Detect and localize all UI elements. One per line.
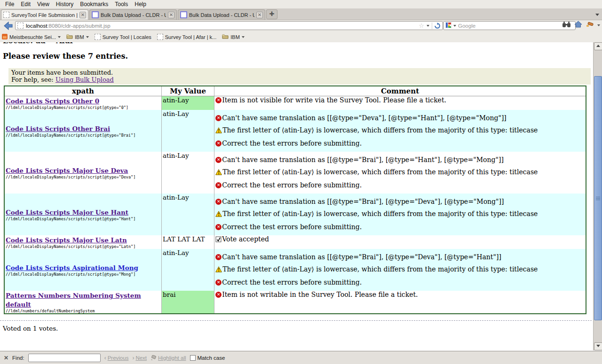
bookmark-label: IBM: [75, 34, 84, 40]
tab-title: Bulk Data Upload - CLDR - Un...: [101, 12, 166, 18]
new-tab-button[interactable]: ✚: [266, 9, 277, 19]
tab-3[interactable]: Bulk Data Upload - CLDR - Un...✕: [178, 9, 265, 20]
table-row-1: Code Lists Scripts Other 0//ldml/localeD…: [4, 96, 586, 110]
menu-bookmarks[interactable]: Bookmarks: [77, 0, 111, 8]
error-icon: ✕: [215, 182, 222, 188]
address-bar[interactable]: localhost:8080/cldr-apps/submit.jsp ☆: [15, 21, 443, 30]
comment-line: ✕Correct the test errors before submitti…: [215, 181, 585, 189]
menu-file[interactable]: File: [2, 0, 17, 8]
placeholder-favicon: [3, 12, 9, 18]
menu-edit[interactable]: Edit: [17, 0, 34, 8]
comment-text: Can't have same translation as [[@type="…: [222, 253, 501, 261]
using-bulk-upload-link[interactable]: Using Bulk Upload: [55, 76, 114, 83]
find-binoculars-icon[interactable]: [562, 21, 570, 30]
submission-notice: Your items have been submitted. For help…: [8, 68, 591, 85]
error-icon: ✕: [215, 279, 222, 286]
bookmark-chevron-icon: [242, 36, 245, 38]
checked-checkbox-icon: [215, 236, 222, 244]
tab-1[interactable]: SurveyTool File Submission | ...✕: [1, 9, 88, 20]
comment-text: Correct the test errors before submittin…: [222, 139, 362, 147]
comment-line: ✕Can't have same translation as [[@type=…: [215, 198, 585, 206]
bookmark-item-2[interactable]: IBM: [66, 34, 89, 40]
find-input[interactable]: [28, 354, 101, 362]
bookmark-item-5[interactable]: IBM: [222, 34, 245, 40]
comment-text: Item is not visible for write via the Su…: [222, 96, 446, 104]
comment-line: !The first letter of ⟨atin-Lay⟩ is lower…: [215, 265, 585, 274]
bookmark-item-3[interactable]: Survey Tool | Locales: [95, 34, 151, 40]
menu-tools[interactable]: Tools: [111, 0, 131, 8]
scroll-up-icon[interactable]: [594, 42, 602, 50]
tab-close-icon[interactable]: ✕: [79, 12, 86, 18]
table-row-6: Code Lists Scripts Aspirational Mong//ld…: [4, 249, 586, 291]
clipped-heading: Locale: aa - 'Afar': [0, 42, 594, 46]
scrollbar-thumb[interactable]: [594, 76, 602, 320]
comment-cell: ✕Can't have same translation as [[@type=…: [214, 194, 586, 235]
xpath-link[interactable]: Code Lists Scripts Aspirational Mong: [6, 264, 138, 271]
brush-icon[interactable]: [586, 21, 594, 30]
close-find-bar-icon[interactable]: ✕: [4, 355, 8, 361]
most-visited-icon: [2, 34, 8, 40]
page-title: Please review these 7 entries.: [3, 52, 594, 61]
back-icon[interactable]: [3, 21, 13, 33]
comment-line: ✕Correct the test errors before submitti…: [215, 223, 585, 231]
xpath-path: //ldml/localeDisplayNames/scripts/script…: [6, 105, 160, 110]
placeholder-favicon: [157, 34, 163, 40]
url-dropdown-icon[interactable]: [427, 25, 429, 27]
find-previous-button[interactable]: ‹Previous: [104, 355, 129, 361]
bookmark-star-icon[interactable]: ☆: [419, 23, 424, 29]
table-row-7: Patterns Numbers Numbering System defaul…: [4, 291, 586, 314]
bookmark-label: IBM: [230, 34, 240, 40]
search-bar[interactable]: Google: [443, 21, 576, 30]
scroll-down-icon[interactable]: [594, 342, 602, 350]
reload-icon[interactable]: [432, 23, 441, 29]
bookmark-label: Survey Tool | Locales: [103, 34, 151, 40]
highlight-all-button[interactable]: Highlight all: [150, 355, 186, 361]
comment-line: ✕Can't have same translation as [[@type=…: [215, 114, 585, 122]
comment-cell: ✕Can't have same translation as [[@type=…: [214, 249, 586, 291]
toolbar-overflow-chevron-icon[interactable]: [597, 24, 600, 26]
page-content: Locale: aa - 'Afar' Please review these …: [0, 42, 594, 350]
xpath-link[interactable]: Code Lists Scripts Other 0: [6, 97, 99, 105]
menu-help[interactable]: Help: [131, 0, 150, 8]
search-engine-dropdown-icon[interactable]: [453, 25, 456, 27]
xpath-cell: Code Lists Scripts Other Brai//ldml/loca…: [4, 110, 162, 152]
comment-line: !The first letter of ⟨atin-Lay⟩ is lower…: [215, 126, 585, 135]
xpath-cell: Patterns Numbers Numbering System defaul…: [4, 291, 162, 314]
google-icon: [445, 22, 452, 30]
xpath-path: //ldml/localeDisplayNames/scripts/script…: [6, 133, 160, 138]
find-label: Find:: [12, 355, 24, 361]
bookmark-item-1[interactable]: Meistbesuchte Sei...: [2, 34, 61, 40]
vertical-scrollbar[interactable]: [593, 42, 602, 350]
tab-close-icon[interactable]: ✕: [168, 12, 174, 18]
comment-text: Item is not writable in the Survey Tool.…: [222, 291, 418, 299]
comment-text: The first letter of ⟨atin-Lay⟩ is lowerc…: [222, 210, 538, 218]
warning-icon: !: [215, 169, 222, 177]
svg-text:!: !: [218, 170, 220, 175]
xpath-link[interactable]: Code Lists Scripts Major Use Deva: [6, 167, 128, 174]
tab-list-chevron-icon[interactable]: [595, 9, 599, 18]
comment-line: ✕Item is not writable in the Survey Tool…: [215, 291, 585, 299]
notice-line-2: For help, see: Using Bulk Upload: [11, 76, 588, 83]
home-icon[interactable]: [574, 21, 582, 30]
find-next-button[interactable]: ›Next: [132, 355, 147, 361]
comment-cell: ✕Item is not writable in the Survey Tool…: [214, 291, 586, 314]
match-case-checkbox[interactable]: Match case: [190, 355, 225, 361]
tab-2[interactable]: Bulk Data Upload - CLDR - Un...✕: [89, 9, 177, 20]
xpath-link[interactable]: Code Lists Scripts Major Use Latn: [6, 236, 127, 244]
xpath-cell: Code Lists Scripts Major Use Hant//ldml/…: [4, 194, 162, 235]
tab-close-icon[interactable]: ✕: [256, 12, 263, 18]
menu-view[interactable]: View: [34, 0, 53, 8]
comment-text: Correct the test errors before submittin…: [222, 181, 362, 189]
warning-icon: !: [215, 211, 222, 219]
bookmark-item-4[interactable]: Survey Tool | Afar | k...: [157, 34, 216, 40]
xpath-cell: Code Lists Scripts Other 0//ldml/localeD…: [4, 96, 162, 110]
folder-icon: [222, 34, 229, 40]
xpath-link[interactable]: Patterns Numbers Numbering System defaul…: [6, 292, 141, 308]
comment-text: The first letter of ⟨atin-Lay⟩ is lowerc…: [222, 168, 538, 176]
xpath-link[interactable]: Code Lists Scripts Major Use Hant: [6, 209, 128, 216]
comment-cell: ✕Can't have same translation as [[@type=…: [214, 110, 586, 152]
xpath-link[interactable]: Code Lists Scripts Other Brai: [6, 125, 110, 132]
menu-history[interactable]: History: [53, 0, 77, 8]
table-row-5: Code Lists Scripts Major Use Latn//ldml/…: [4, 235, 586, 249]
separator-rule: [0, 320, 592, 321]
